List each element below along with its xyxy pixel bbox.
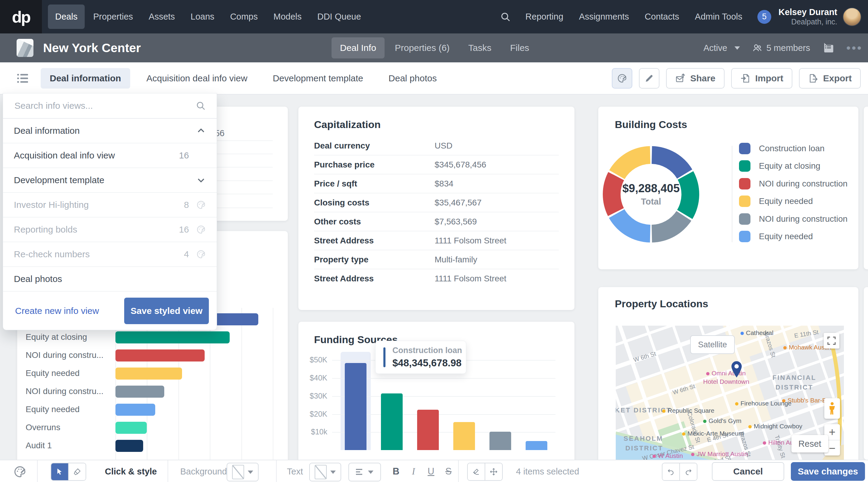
- search-input[interactable]: [14, 100, 195, 111]
- bar-noi-during-construction[interactable]: [490, 432, 511, 450]
- nav-item-reporting[interactable]: Reporting: [518, 4, 570, 29]
- style-brush-button[interactable]: [68, 463, 86, 480]
- property-pin-icon[interactable]: [730, 361, 744, 380]
- info-view-item-development-template[interactable]: Development template: [3, 168, 217, 193]
- nav-item-deals[interactable]: Deals: [48, 4, 85, 29]
- info-view-item-investor-hi-lighting[interactable]: Investor Hi-lighting8: [3, 193, 217, 218]
- deal-thumbnail[interactable]: [17, 39, 33, 57]
- deal-tab-properties-6[interactable]: Properties (6): [386, 37, 458, 59]
- cancel-button[interactable]: Cancel: [712, 462, 784, 481]
- members-button[interactable]: 5 members: [752, 42, 810, 53]
- bar-equity-at-closing[interactable]: [116, 331, 230, 344]
- nav-item-assignments[interactable]: Assignments: [572, 4, 636, 29]
- style-palette-button[interactable]: [612, 68, 632, 89]
- styled-palette-icon[interactable]: [196, 250, 206, 259]
- deal-tab-files[interactable]: Files: [502, 37, 538, 59]
- text-color-picker[interactable]: [309, 463, 341, 481]
- bar-overruns[interactable]: [116, 422, 147, 434]
- row-value[interactable]: $7,563,569: [435, 217, 477, 227]
- notifications-badge[interactable]: 5: [757, 10, 771, 24]
- nav-item-admin-tools[interactable]: Admin Tools: [688, 4, 749, 29]
- edit-pencil-button[interactable]: [639, 68, 659, 89]
- deal-tab-deal-info[interactable]: Deal Info: [332, 37, 384, 59]
- bar-noi-during-constru[interactable]: [116, 386, 164, 398]
- info-view-item-reporting-bolds[interactable]: Reporting bolds16: [3, 218, 217, 242]
- redo-icon[interactable]: [679, 463, 697, 480]
- row-value[interactable]: USD: [435, 141, 453, 151]
- dealpath-logo[interactable]: dp: [0, 0, 42, 33]
- eraser-button[interactable]: [468, 463, 485, 480]
- export-button[interactable]: Export: [799, 68, 861, 89]
- row-value[interactable]: Multi-family: [435, 255, 477, 264]
- undo-icon[interactable]: [662, 463, 679, 480]
- save-changes-button[interactable]: Save changes: [791, 462, 865, 481]
- background-color-picker[interactable]: [227, 463, 258, 481]
- bar-equity-needed[interactable]: [453, 422, 475, 450]
- info-view-label: Re-check numbers: [14, 249, 171, 259]
- map-canvas[interactable]: FINANCIALDISTRICTMARKET DISTRICTSEAHOLMD…: [616, 326, 844, 462]
- table-row-closing-costs: Closing costs$35,467,567: [314, 193, 559, 213]
- bar-equity-needed[interactable]: [116, 367, 182, 380]
- nav-item-assets[interactable]: Assets: [141, 4, 182, 29]
- bar-construction-loan[interactable]: [345, 363, 367, 450]
- create-new-info-view-link[interactable]: Create new info view: [15, 306, 99, 316]
- deal-status-dropdown[interactable]: Active: [704, 43, 740, 53]
- map-reset-button[interactable]: Reset: [792, 435, 828, 452]
- bar-equity-needed[interactable]: [526, 441, 547, 450]
- members-count: 5 members: [767, 43, 810, 53]
- move-button[interactable]: [485, 463, 502, 480]
- info-view-item-deal-information[interactable]: Deal information: [3, 119, 217, 143]
- info-view-item-re-check-numbers[interactable]: Re-check numbers4: [3, 242, 217, 267]
- view-tab-deal-photos[interactable]: Deal photos: [379, 68, 446, 89]
- view-tab-acquisition-deal-info-view[interactable]: Acquisition deal info view: [137, 68, 256, 89]
- map-label-midnight-cowboy: Midnight Cowboy: [748, 423, 802, 430]
- nav-item-comps[interactable]: Comps: [223, 4, 265, 29]
- row-value[interactable]: 1111 Folsom Street: [435, 274, 506, 284]
- info-view-item-deal-photos[interactable]: Deal photos: [3, 267, 217, 292]
- styled-palette-icon[interactable]: [196, 225, 206, 234]
- gridline: [116, 308, 116, 460]
- bar-equity-at-closing[interactable]: [381, 393, 403, 450]
- share-button[interactable]: Share: [666, 68, 724, 89]
- view-tab-development-template[interactable]: Development template: [264, 68, 372, 89]
- row-value[interactable]: $345,678,456: [435, 160, 486, 170]
- save-styled-view-button[interactable]: Save styled view: [124, 298, 209, 324]
- avatar[interactable]: [843, 7, 861, 26]
- user-org: Dealpath, inc.: [778, 18, 837, 26]
- palette-icon[interactable]: [13, 465, 27, 478]
- underline-button[interactable]: U: [424, 460, 438, 482]
- bold-button[interactable]: B: [390, 460, 403, 482]
- row-value[interactable]: $834: [435, 179, 453, 189]
- nav-item-contacts[interactable]: Contacts: [638, 4, 686, 29]
- more-options-icon[interactable]: •••: [846, 45, 863, 51]
- bar-noi-during-constru[interactable]: [116, 349, 205, 361]
- bar-equity-needed[interactable]: [116, 404, 155, 416]
- bar-audit-1[interactable]: [116, 440, 143, 452]
- row-value[interactable]: 1111 Folsom Street: [435, 236, 506, 246]
- pegman-icon[interactable]: [824, 398, 840, 419]
- fullscreen-icon[interactable]: [824, 333, 839, 349]
- comments-icon[interactable]: [822, 42, 834, 54]
- map-toggle-satellite[interactable]: Satellite: [690, 335, 735, 354]
- nav-item-ddi-queue[interactable]: DDI Queue: [310, 4, 368, 29]
- info-view-item-acquisition-deal-info-view[interactable]: Acquisition deal info view16: [3, 143, 217, 168]
- view-list-icon[interactable]: [17, 73, 28, 83]
- select-cursor-button[interactable]: [51, 463, 68, 480]
- row-value[interactable]: $35,467,567: [435, 198, 482, 207]
- italic-button[interactable]: I: [407, 460, 420, 482]
- nav-item-loans[interactable]: Loans: [183, 4, 221, 29]
- import-button[interactable]: Import: [731, 68, 792, 89]
- user-info[interactable]: Kelsey Durant Dealpath, inc.: [778, 7, 837, 26]
- deal-tab-tasks[interactable]: Tasks: [460, 37, 500, 59]
- text-align-button[interactable]: [348, 463, 381, 481]
- search-icon[interactable]: [500, 11, 511, 22]
- nav-item-properties[interactable]: Properties: [86, 4, 140, 29]
- strikethrough-button[interactable]: S: [442, 460, 455, 482]
- deal-tabs: Deal InfoProperties (6)TasksFiles: [332, 33, 539, 62]
- bar-noi-during-construction[interactable]: [417, 410, 439, 450]
- chevron-down-icon: [248, 471, 253, 474]
- poi-marker-icon: [748, 425, 752, 428]
- styled-palette-icon[interactable]: [196, 200, 206, 210]
- view-tab-deal-information[interactable]: Deal information: [41, 68, 130, 89]
- nav-item-models[interactable]: Models: [266, 4, 309, 29]
